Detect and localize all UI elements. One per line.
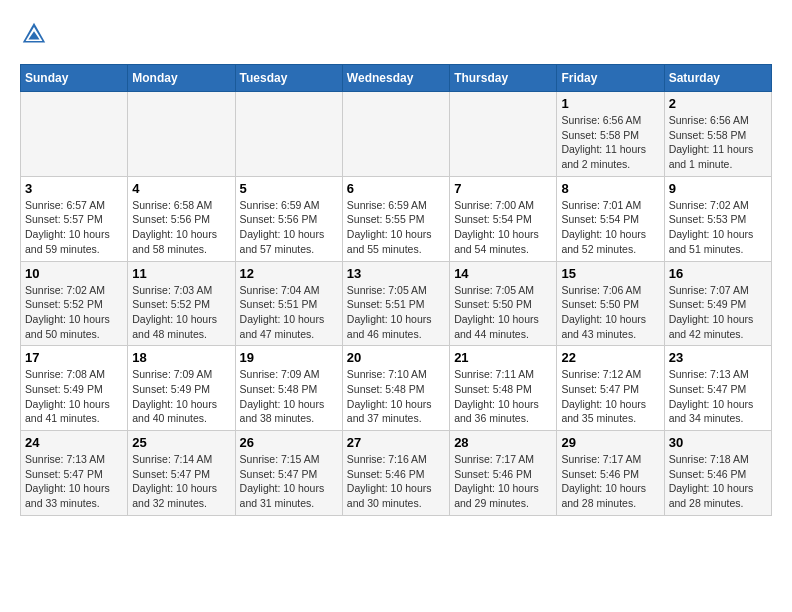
week-row-2: 3Sunrise: 6:57 AM Sunset: 5:57 PM Daylig… <box>21 176 772 261</box>
day-info: Sunrise: 7:09 AM Sunset: 5:48 PM Dayligh… <box>240 367 338 426</box>
day-number: 24 <box>25 435 123 450</box>
day-number: 6 <box>347 181 445 196</box>
calendar-cell: 12Sunrise: 7:04 AM Sunset: 5:51 PM Dayli… <box>235 261 342 346</box>
day-number: 23 <box>669 350 767 365</box>
day-info: Sunrise: 7:16 AM Sunset: 5:46 PM Dayligh… <box>347 452 445 511</box>
day-number: 12 <box>240 266 338 281</box>
page-header <box>20 20 772 48</box>
day-number: 21 <box>454 350 552 365</box>
calendar-cell: 10Sunrise: 7:02 AM Sunset: 5:52 PM Dayli… <box>21 261 128 346</box>
day-info: Sunrise: 7:13 AM Sunset: 5:47 PM Dayligh… <box>669 367 767 426</box>
calendar-cell: 29Sunrise: 7:17 AM Sunset: 5:46 PM Dayli… <box>557 431 664 516</box>
calendar-table: SundayMondayTuesdayWednesdayThursdayFrid… <box>20 64 772 516</box>
calendar-cell: 9Sunrise: 7:02 AM Sunset: 5:53 PM Daylig… <box>664 176 771 261</box>
day-info: Sunrise: 7:06 AM Sunset: 5:50 PM Dayligh… <box>561 283 659 342</box>
weekday-sunday: Sunday <box>21 65 128 92</box>
logo-icon <box>20 20 48 48</box>
day-number: 11 <box>132 266 230 281</box>
day-info: Sunrise: 7:17 AM Sunset: 5:46 PM Dayligh… <box>454 452 552 511</box>
calendar-cell: 15Sunrise: 7:06 AM Sunset: 5:50 PM Dayli… <box>557 261 664 346</box>
calendar-cell <box>235 92 342 177</box>
day-number: 14 <box>454 266 552 281</box>
day-number: 8 <box>561 181 659 196</box>
week-row-5: 24Sunrise: 7:13 AM Sunset: 5:47 PM Dayli… <box>21 431 772 516</box>
calendar-body: 1Sunrise: 6:56 AM Sunset: 5:58 PM Daylig… <box>21 92 772 516</box>
day-info: Sunrise: 6:59 AM Sunset: 5:56 PM Dayligh… <box>240 198 338 257</box>
day-info: Sunrise: 7:00 AM Sunset: 5:54 PM Dayligh… <box>454 198 552 257</box>
day-number: 16 <box>669 266 767 281</box>
day-info: Sunrise: 7:12 AM Sunset: 5:47 PM Dayligh… <box>561 367 659 426</box>
day-number: 3 <box>25 181 123 196</box>
day-number: 5 <box>240 181 338 196</box>
calendar-cell: 4Sunrise: 6:58 AM Sunset: 5:56 PM Daylig… <box>128 176 235 261</box>
weekday-tuesday: Tuesday <box>235 65 342 92</box>
day-info: Sunrise: 6:58 AM Sunset: 5:56 PM Dayligh… <box>132 198 230 257</box>
calendar-cell: 27Sunrise: 7:16 AM Sunset: 5:46 PM Dayli… <box>342 431 449 516</box>
day-number: 17 <box>25 350 123 365</box>
day-number: 2 <box>669 96 767 111</box>
week-row-4: 17Sunrise: 7:08 AM Sunset: 5:49 PM Dayli… <box>21 346 772 431</box>
weekday-monday: Monday <box>128 65 235 92</box>
calendar-cell: 11Sunrise: 7:03 AM Sunset: 5:52 PM Dayli… <box>128 261 235 346</box>
day-info: Sunrise: 7:14 AM Sunset: 5:47 PM Dayligh… <box>132 452 230 511</box>
calendar-cell: 1Sunrise: 6:56 AM Sunset: 5:58 PM Daylig… <box>557 92 664 177</box>
day-info: Sunrise: 7:17 AM Sunset: 5:46 PM Dayligh… <box>561 452 659 511</box>
day-number: 28 <box>454 435 552 450</box>
day-number: 4 <box>132 181 230 196</box>
calendar-cell <box>342 92 449 177</box>
calendar-cell: 3Sunrise: 6:57 AM Sunset: 5:57 PM Daylig… <box>21 176 128 261</box>
day-number: 15 <box>561 266 659 281</box>
calendar-cell: 25Sunrise: 7:14 AM Sunset: 5:47 PM Dayli… <box>128 431 235 516</box>
day-info: Sunrise: 7:04 AM Sunset: 5:51 PM Dayligh… <box>240 283 338 342</box>
calendar-cell: 2Sunrise: 6:56 AM Sunset: 5:58 PM Daylig… <box>664 92 771 177</box>
logo <box>20 20 52 48</box>
calendar-cell: 20Sunrise: 7:10 AM Sunset: 5:48 PM Dayli… <box>342 346 449 431</box>
day-number: 27 <box>347 435 445 450</box>
day-info: Sunrise: 7:15 AM Sunset: 5:47 PM Dayligh… <box>240 452 338 511</box>
weekday-header-row: SundayMondayTuesdayWednesdayThursdayFrid… <box>21 65 772 92</box>
week-row-1: 1Sunrise: 6:56 AM Sunset: 5:58 PM Daylig… <box>21 92 772 177</box>
calendar-cell: 23Sunrise: 7:13 AM Sunset: 5:47 PM Dayli… <box>664 346 771 431</box>
calendar-cell: 6Sunrise: 6:59 AM Sunset: 5:55 PM Daylig… <box>342 176 449 261</box>
day-number: 18 <box>132 350 230 365</box>
day-number: 26 <box>240 435 338 450</box>
day-number: 1 <box>561 96 659 111</box>
calendar-cell: 21Sunrise: 7:11 AM Sunset: 5:48 PM Dayli… <box>450 346 557 431</box>
day-number: 7 <box>454 181 552 196</box>
calendar-cell: 13Sunrise: 7:05 AM Sunset: 5:51 PM Dayli… <box>342 261 449 346</box>
day-info: Sunrise: 7:13 AM Sunset: 5:47 PM Dayligh… <box>25 452 123 511</box>
day-number: 22 <box>561 350 659 365</box>
day-info: Sunrise: 7:11 AM Sunset: 5:48 PM Dayligh… <box>454 367 552 426</box>
day-info: Sunrise: 7:02 AM Sunset: 5:53 PM Dayligh… <box>669 198 767 257</box>
day-info: Sunrise: 7:08 AM Sunset: 5:49 PM Dayligh… <box>25 367 123 426</box>
day-number: 9 <box>669 181 767 196</box>
calendar-cell <box>128 92 235 177</box>
day-info: Sunrise: 7:03 AM Sunset: 5:52 PM Dayligh… <box>132 283 230 342</box>
calendar-cell: 19Sunrise: 7:09 AM Sunset: 5:48 PM Dayli… <box>235 346 342 431</box>
calendar-cell: 22Sunrise: 7:12 AM Sunset: 5:47 PM Dayli… <box>557 346 664 431</box>
day-info: Sunrise: 7:05 AM Sunset: 5:50 PM Dayligh… <box>454 283 552 342</box>
calendar-cell: 18Sunrise: 7:09 AM Sunset: 5:49 PM Dayli… <box>128 346 235 431</box>
day-info: Sunrise: 7:07 AM Sunset: 5:49 PM Dayligh… <box>669 283 767 342</box>
day-number: 20 <box>347 350 445 365</box>
weekday-saturday: Saturday <box>664 65 771 92</box>
day-number: 13 <box>347 266 445 281</box>
day-info: Sunrise: 6:59 AM Sunset: 5:55 PM Dayligh… <box>347 198 445 257</box>
weekday-thursday: Thursday <box>450 65 557 92</box>
calendar-cell: 26Sunrise: 7:15 AM Sunset: 5:47 PM Dayli… <box>235 431 342 516</box>
calendar-cell: 14Sunrise: 7:05 AM Sunset: 5:50 PM Dayli… <box>450 261 557 346</box>
calendar-cell <box>21 92 128 177</box>
calendar-cell: 7Sunrise: 7:00 AM Sunset: 5:54 PM Daylig… <box>450 176 557 261</box>
weekday-friday: Friday <box>557 65 664 92</box>
day-info: Sunrise: 7:02 AM Sunset: 5:52 PM Dayligh… <box>25 283 123 342</box>
day-info: Sunrise: 7:01 AM Sunset: 5:54 PM Dayligh… <box>561 198 659 257</box>
day-info: Sunrise: 7:05 AM Sunset: 5:51 PM Dayligh… <box>347 283 445 342</box>
weekday-wednesday: Wednesday <box>342 65 449 92</box>
calendar-cell: 17Sunrise: 7:08 AM Sunset: 5:49 PM Dayli… <box>21 346 128 431</box>
calendar-cell: 8Sunrise: 7:01 AM Sunset: 5:54 PM Daylig… <box>557 176 664 261</box>
day-info: Sunrise: 6:56 AM Sunset: 5:58 PM Dayligh… <box>669 113 767 172</box>
week-row-3: 10Sunrise: 7:02 AM Sunset: 5:52 PM Dayli… <box>21 261 772 346</box>
day-info: Sunrise: 7:10 AM Sunset: 5:48 PM Dayligh… <box>347 367 445 426</box>
day-info: Sunrise: 7:09 AM Sunset: 5:49 PM Dayligh… <box>132 367 230 426</box>
calendar-cell: 28Sunrise: 7:17 AM Sunset: 5:46 PM Dayli… <box>450 431 557 516</box>
